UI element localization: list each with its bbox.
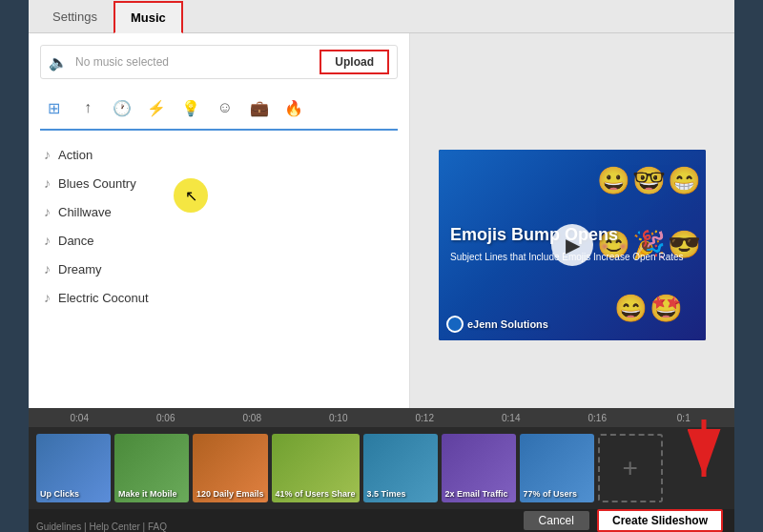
- music-panel: 🔈 No music selected Upload ⊞ ↑ 🕐 ⚡ 💡 ☺ 💼…: [29, 33, 410, 456]
- content-area: 🔈 No music selected Upload ⊞ ↑ 🕐 ⚡ 💡 ☺ 💼…: [29, 33, 734, 456]
- clip-up-clicks[interactable]: Up Clicks: [36, 434, 111, 502]
- clip-label: 41% of Users Share: [272, 434, 360, 502]
- ruler-tick-1: 0:04: [36, 413, 123, 423]
- guidelines-link[interactable]: Guidelines: [36, 522, 81, 532]
- clip-41-percent[interactable]: 41% of Users Share: [272, 434, 360, 502]
- music-item-dreamy[interactable]: ♪ Dreamy: [40, 255, 398, 283]
- ruler-tick-4: 0:10: [296, 413, 382, 423]
- dialog-wrapper: Settings Music 🔈 No music selected Uploa…: [29, 0, 734, 456]
- speaker-icon: 🔈: [49, 53, 68, 72]
- video-branding: eJenn Solutions: [446, 316, 548, 333]
- music-item-label: Dreamy: [58, 262, 102, 276]
- tab-settings[interactable]: Settings: [36, 1, 113, 33]
- play-button[interactable]: ▶: [551, 224, 593, 266]
- ruler-tick-2: 0:06: [123, 413, 210, 423]
- music-item-label: Dance: [58, 234, 94, 248]
- clip-label: Up Clicks: [36, 434, 111, 502]
- music-item-action[interactable]: ♪ Action: [40, 140, 398, 169]
- clip-120-daily-emails[interactable]: 120 Daily Emails: [193, 434, 268, 502]
- music-item-dance[interactable]: ♪ Dance: [40, 226, 398, 255]
- note-icon: ♪: [44, 233, 51, 248]
- timeline-area: 0:04 0:06 0:08 0:10 0:12 0:14 0:16 0:1 U…: [29, 408, 734, 532]
- faq-link[interactable]: FAQ: [148, 522, 167, 532]
- create-slideshow-button[interactable]: Create Slideshow: [597, 509, 723, 532]
- bolt-icon[interactable]: ⚡: [143, 94, 170, 121]
- video-preview-inner: 😀🤓😁 😊🎉😎 😄🤩 Emojis Bump Opens Subject Lin…: [439, 150, 706, 340]
- clip-label: 77% of Users: [520, 434, 594, 502]
- category-icons: ⊞ ↑ 🕐 ⚡ 💡 ☺ 💼 🔥: [40, 91, 398, 131]
- timeline-bottom: Guidelines | Help Center | FAQ Cancel Cr…: [29, 509, 734, 532]
- clip-2x-email-traffic[interactable]: 2x Email Traffic: [442, 434, 516, 502]
- ruler-tick-8: 0:1: [641, 413, 728, 423]
- music-list: ↖ ♪ Action ♪ Blues Country ♪ Chillwave: [40, 140, 398, 444]
- guidelines-links: Guidelines | Help Center | FAQ: [36, 522, 167, 532]
- cancel-button[interactable]: Cancel: [524, 511, 589, 530]
- flame-icon[interactable]: 🔥: [280, 94, 307, 121]
- video-preview: 😀🤓😁 😊🎉😎 😄🤩 Emojis Bump Opens Subject Lin…: [439, 150, 706, 340]
- help-center-link[interactable]: Help Center: [89, 522, 139, 532]
- sidebar-left: [0, 0, 29, 532]
- main-container: Settings Music 🔈 No music selected Uploa…: [0, 0, 763, 532]
- briefcase-icon[interactable]: 💼: [246, 94, 273, 121]
- ruler-tick-7: 0:16: [554, 413, 641, 423]
- music-item-electric-coconut[interactable]: ♪ Electric Coconut: [40, 283, 398, 312]
- clip-label: 3.5 Times: [363, 434, 438, 502]
- emoji-icon[interactable]: ☺: [212, 94, 238, 121]
- grid-icon[interactable]: ⊞: [40, 94, 67, 121]
- music-item-label: Blues Country: [58, 176, 136, 191]
- note-icon: ♪: [44, 147, 51, 162]
- no-music-label: No music selected: [75, 55, 312, 69]
- upload-row: 🔈 No music selected Upload: [40, 45, 398, 79]
- brand-logo: [446, 316, 464, 333]
- ruler-tick-3: 0:08: [209, 413, 296, 423]
- clip-label: 2x Email Traffic: [442, 434, 516, 502]
- upload-button[interactable]: Upload: [320, 50, 389, 74]
- music-item-blues-country[interactable]: ♪ Blues Country: [40, 169, 398, 197]
- music-item-label: Action: [58, 148, 93, 162]
- tab-music[interactable]: Music: [113, 1, 183, 33]
- timeline-ruler: 0:04 0:06 0:08 0:10 0:12 0:14 0:16 0:1: [29, 408, 734, 427]
- note-icon: ♪: [44, 175, 51, 191]
- note-icon: ♪: [44, 261, 51, 276]
- add-clip-button[interactable]: +: [598, 434, 663, 502]
- brand-text: eJenn Solutions: [467, 318, 548, 330]
- note-icon: ♪: [44, 204, 51, 219]
- note-icon: ♪: [44, 290, 51, 305]
- clip-label: Make it Mobile: [114, 434, 189, 502]
- clip-3-5-times[interactable]: 3.5 Times: [363, 434, 438, 502]
- bulb-icon[interactable]: 💡: [177, 94, 204, 121]
- sidebar-right: [734, 0, 763, 532]
- clip-label: 120 Daily Emails: [193, 434, 268, 502]
- clip-make-it-mobile[interactable]: Make it Mobile: [114, 434, 189, 502]
- preview-panel: 😀🤓😁 😊🎉😎 😄🤩 Emojis Bump Opens Subject Lin…: [410, 33, 734, 456]
- ruler-tick-6: 0:14: [468, 413, 555, 423]
- timeline-clips: Up Clicks Make it Mobile 120 Daily Email…: [29, 427, 734, 509]
- ruler-tick-5: 0:12: [382, 413, 468, 423]
- music-item-chillwave[interactable]: ♪ Chillwave: [40, 197, 398, 226]
- clip-77-percent[interactable]: 77% of Users: [520, 434, 594, 502]
- tab-bar: Settings Music: [29, 0, 734, 33]
- music-item-label: Chillwave: [58, 205, 112, 219]
- clock-icon[interactable]: 🕐: [109, 94, 135, 121]
- music-item-label: Electric Coconut: [58, 291, 149, 305]
- trending-icon[interactable]: ↑: [74, 94, 101, 121]
